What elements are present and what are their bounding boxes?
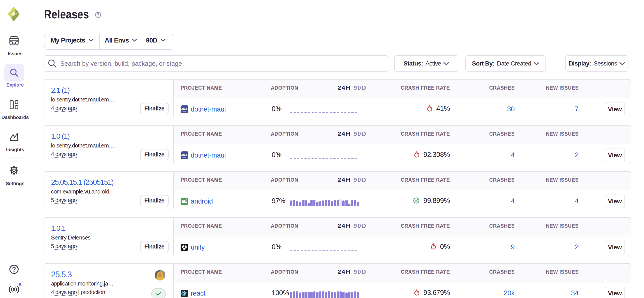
svg-text:MAUI: MAUI <box>182 156 186 158</box>
svg-text:.NET: .NET <box>181 153 188 156</box>
svg-text:MAUI: MAUI <box>182 110 186 112</box>
svg-text:.NET: .NET <box>181 107 188 110</box>
